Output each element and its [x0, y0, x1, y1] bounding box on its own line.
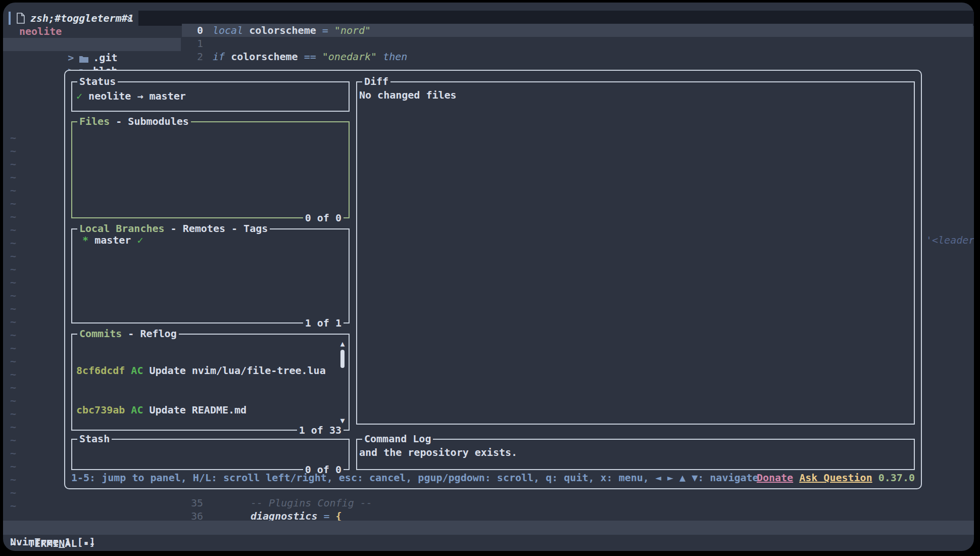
statusline: NvimTree_1 [-] 2:1 colorschemes.lua 1:1	[3, 521, 974, 535]
gutter-tildes: ~ ~ ~ ~ ~ ~ ~ ~ ~ ~ ~ ~ ~ ~ ~ ~ ~ ~ ~ ~ …	[10, 131, 16, 512]
scrollbar-thumb[interactable]	[340, 350, 345, 368]
tree-item-git-folder[interactable]: >.git	[3, 38, 181, 51]
leader-hint-text: '<leader>	[926, 234, 974, 247]
scroll-up-icon[interactable]: ▲	[338, 339, 347, 349]
panel-files-tabs[interactable]: - Submodules	[110, 115, 189, 127]
panel-stash-title: Stash	[77, 432, 112, 445]
tree-item-blob-folder[interactable]: >blob	[3, 51, 181, 64]
mode-indicator: -- TERMINAL --	[10, 536, 95, 550]
arrow-right-icon: →	[137, 90, 143, 102]
tree-root[interactable]: neolite	[3, 25, 181, 38]
keybindings-hint: 1-5: jump to panel, H/L: scroll left/rig…	[71, 471, 759, 484]
panel-branches-count: 1 of 1	[303, 316, 344, 330]
code-line-0[interactable]: local colorscheme = "nord"	[213, 24, 371, 37]
tab-toggleterm[interactable]: zsh;#toggleterm#1 ×	[3, 11, 138, 26]
panel-files-count: 0 of 0	[303, 211, 344, 224]
panel-status-content: ✓ neolite → master	[72, 82, 349, 111]
line-number: 1	[173, 37, 203, 50]
commit-row[interactable]: 8cf6dcdf AC Update nvim/lua/file-tree.lu…	[76, 364, 336, 377]
neovim-window: zsh;#toggleterm#1 × neolite >.git >blob …	[3, 3, 974, 551]
commit-row[interactable]: cbc739ab AC Update README.md	[76, 403, 336, 416]
check-icon: ✓	[131, 234, 143, 246]
line-number: 0	[173, 24, 203, 37]
statusline-position: 2:1	[153, 549, 171, 551]
tab-title: zsh;#toggleterm#1	[30, 11, 134, 26]
panel-files[interactable]: Files - Submodules 0 of 0	[71, 121, 350, 218]
terminal-window: zsh;#toggleterm#1 × neolite >.git >blob …	[0, 0, 980, 556]
panel-commits-count: 1 of 33	[297, 424, 344, 437]
panel-commits[interactable]: Commits - Reflog 8cf6dcdf AC Update nvim…	[71, 334, 350, 431]
code-line-2[interactable]: if colorscheme == "onedark" then	[213, 50, 407, 63]
lazygit-float: Status ✓ neolite → master Files - Submod…	[64, 70, 922, 489]
tab-active-indicator	[9, 12, 11, 25]
panel-command-log[interactable]: Command Log and the repository exists.	[356, 439, 915, 470]
check-icon: ✓	[76, 90, 82, 102]
file-icon	[16, 13, 25, 24]
line-number: 35	[173, 496, 203, 509]
line-number: 2	[173, 50, 203, 63]
panel-status[interactable]: Status ✓ neolite → master	[71, 81, 350, 112]
donate-link[interactable]: Donate	[757, 472, 793, 484]
scrollbar[interactable]: ▲ ▼	[338, 339, 347, 426]
lazygit-bottom-bar: 1-5: jump to panel, H/L: scroll left/rig…	[71, 471, 915, 484]
panel-files-tab-active[interactable]: Files	[79, 115, 110, 127]
panel-diff-content: No changed files	[357, 82, 914, 424]
panel-command-log-content: and the repository exists.	[357, 440, 914, 469]
panel-stash[interactable]: Stash 0 of 0	[71, 439, 350, 470]
version-label: 0.37.0	[878, 472, 915, 484]
panel-branches[interactable]: Local Branches - Remotes - Tags * master…	[71, 228, 350, 323]
ask-question-link[interactable]: Ask Question	[799, 472, 872, 484]
close-icon[interactable]: ×	[126, 11, 133, 26]
panel-diff[interactable]: Diff No changed files	[356, 81, 915, 425]
code-line-35[interactable]: -- Plugins Config --	[251, 496, 372, 509]
tree-root-label: neolite	[3, 25, 62, 37]
branch-row[interactable]: * master ✓	[72, 229, 349, 322]
